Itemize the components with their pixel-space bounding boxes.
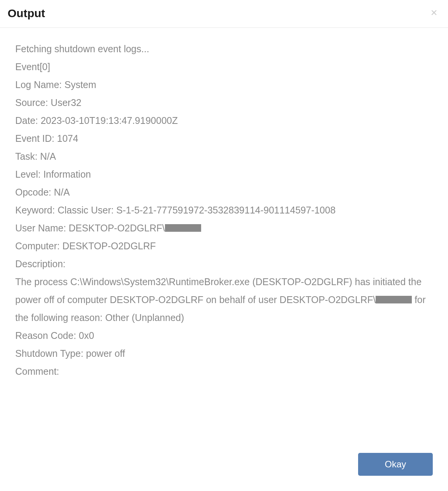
- log-line: Event[0]: [15, 58, 433, 76]
- close-icon[interactable]: ×: [427, 7, 440, 18]
- log-line: Level: Information: [15, 165, 433, 183]
- modal-title: Output: [8, 7, 45, 20]
- modal-header: Output ×: [0, 0, 448, 28]
- log-line: Shutdown Type: power off: [15, 345, 433, 363]
- log-line: Description:: [15, 255, 433, 273]
- log-line-description: The process C:\Windows\System32\RuntimeB…: [15, 273, 433, 327]
- redacted-username: [165, 224, 201, 232]
- log-line: Log Name: System: [15, 76, 433, 94]
- description-text-1: The process C:\Windows\System32\RuntimeB…: [15, 276, 422, 305]
- modal-body: Fetching shutdown event logs... Event[0]…: [0, 28, 448, 453]
- log-line-username: User Name: DESKTOP-O2DGLRF\: [15, 219, 433, 237]
- log-line: Source: User32: [15, 94, 433, 112]
- output-modal: Output × Fetching shutdown event logs...…: [0, 0, 448, 491]
- log-line: Computer: DESKTOP-O2DGLRF: [15, 237, 433, 255]
- log-line: Date: 2023-03-10T19:13:47.9190000Z: [15, 112, 433, 130]
- log-line: Fetching shutdown event logs...: [15, 40, 433, 58]
- log-line: Comment:: [15, 363, 433, 380]
- log-line: Task: N/A: [15, 148, 433, 165]
- log-line: Reason Code: 0x0: [15, 327, 433, 345]
- redacted-username: [376, 296, 412, 303]
- modal-footer: Okay: [0, 453, 448, 491]
- log-line: Event ID: 1074: [15, 130, 433, 148]
- username-prefix: User Name: DESKTOP-O2DGLRF\: [15, 223, 165, 233]
- okay-button[interactable]: Okay: [358, 453, 433, 476]
- log-line: Opcode: N/A: [15, 183, 433, 201]
- log-line: Keyword: Classic User: S-1-5-21-77759197…: [15, 201, 433, 219]
